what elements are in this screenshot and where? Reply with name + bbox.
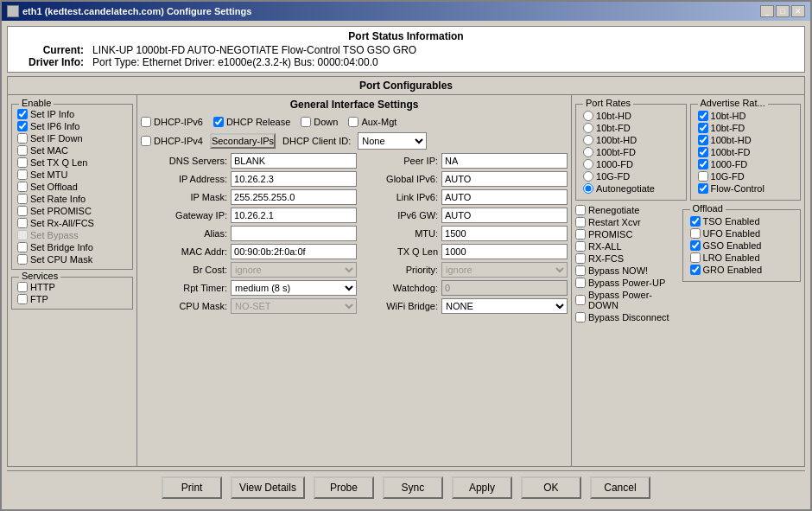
adv-flow-control-checkbox[interactable] — [698, 183, 708, 194]
print-button[interactable]: Print — [162, 476, 222, 499]
view-details-button[interactable]: View Details — [231, 476, 305, 499]
bypass-disconnect-checkbox[interactable] — [575, 312, 586, 323]
port-status-driver-row: Driver Info: Port Type: Ethernet Driver:… — [15, 56, 797, 68]
top-right-row: Port Rates 10bt-HD 10bt-FD — [575, 99, 801, 201]
set-ip6-info-checkbox[interactable] — [17, 121, 28, 131]
set-tx-q-len-checkbox[interactable] — [17, 157, 28, 168]
adv-flow-control-label: Flow-Control — [711, 183, 764, 194]
mtu-input[interactable] — [441, 226, 568, 241]
set-cpu-mask-checkbox[interactable] — [17, 254, 28, 265]
main-body: Enable Set IP Info Set IP6 Info Set IF D… — [8, 95, 804, 466]
set-bridge-info-checkbox[interactable] — [17, 242, 28, 252]
set-bypass-checkbox — [17, 230, 28, 240]
bypass-now-checkbox[interactable] — [575, 265, 586, 276]
renegotiate-row: Renegotiate — [575, 204, 678, 216]
rate-1000-fd-radio[interactable] — [583, 159, 593, 169]
adv-10g-fd-checkbox[interactable] — [698, 171, 708, 182]
down-checkbox[interactable] — [301, 117, 311, 127]
rpt-timer-select[interactable]: medium (8 s) — [231, 280, 357, 296]
set-offload-checkbox[interactable] — [17, 182, 28, 192]
rate-100bt-hd: 100bt-HD — [583, 134, 678, 146]
rate-10g-fd-radio[interactable] — [583, 171, 593, 182]
adv-1000-fd-label: 1000-FD — [711, 159, 748, 169]
adv-10bt-hd-checkbox[interactable] — [698, 111, 708, 121]
rate-10bt-hd-radio[interactable] — [583, 111, 593, 121]
bypass-power-down-row: Bypass Power-DOWN — [575, 289, 678, 311]
minimize-button[interactable]: _ — [760, 5, 774, 17]
main-window: eth1 (kedtest.candelatech.com) Configure… — [0, 0, 812, 511]
gro-enabled-checkbox[interactable] — [690, 265, 701, 275]
set-mtu-checkbox[interactable] — [17, 169, 28, 180]
set-rx-all-fcs-checkbox[interactable] — [17, 218, 28, 228]
rpt-timer-label: Rpt Timer: — [141, 283, 227, 293]
peer-ip-label: Peer IP: — [360, 156, 438, 166]
adv-10bt-fd-checkbox[interactable] — [698, 123, 708, 133]
alias-input[interactable] — [231, 226, 357, 241]
secondary-ips-button[interactable]: Secondary-IPs — [210, 133, 276, 149]
gso-enabled-checkbox[interactable] — [690, 240, 701, 251]
dns-servers-input[interactable] — [231, 153, 357, 169]
peer-ip-input[interactable] — [441, 153, 568, 169]
dhcp-client-id-select[interactable]: None Custom — [358, 132, 427, 150]
dhcp-release-checkbox[interactable] — [213, 117, 224, 127]
http-checkbox[interactable] — [17, 282, 28, 292]
enable-set-bridge-info: Set Bridge Info — [17, 241, 127, 253]
maximize-button[interactable]: □ — [776, 5, 790, 17]
ufo-enabled-checkbox[interactable] — [690, 228, 701, 239]
gateway-ip-label: Gateway IP: — [141, 210, 227, 220]
adv-10bt-hd-label: 10bt-HD — [711, 111, 746, 121]
ipv6-gw-input[interactable] — [441, 208, 568, 223]
ip-mask-input[interactable] — [231, 189, 357, 205]
probe-button[interactable]: Probe — [314, 476, 374, 499]
close-button[interactable]: ✕ — [791, 5, 805, 17]
ok-button[interactable]: OK — [521, 476, 581, 499]
rate-100bt-hd-radio[interactable] — [583, 135, 593, 145]
rx-all-checkbox[interactable] — [575, 241, 586, 252]
link-ipv6-input[interactable] — [441, 189, 568, 205]
gateway-ip-input[interactable] — [231, 208, 357, 223]
rx-fcs-checkbox[interactable] — [575, 253, 586, 264]
lro-enabled-checkbox[interactable] — [690, 252, 701, 263]
dhcp-ipv6-checkbox[interactable] — [141, 117, 151, 127]
set-mac-checkbox[interactable] — [17, 145, 28, 156]
set-rate-info-checkbox[interactable] — [17, 194, 28, 204]
ip-address-input[interactable] — [231, 171, 357, 187]
sync-button[interactable]: Sync — [383, 476, 443, 499]
priority-select: ignore — [441, 262, 568, 278]
rate-autonegotiate-radio[interactable] — [583, 183, 593, 194]
apply-button[interactable]: Apply — [452, 476, 512, 499]
tso-enabled-checkbox[interactable] — [690, 216, 701, 227]
set-ip-info-checkbox[interactable] — [17, 109, 28, 119]
set-promisc-checkbox[interactable] — [17, 206, 28, 216]
rate-10bt-fd-radio[interactable] — [583, 123, 593, 133]
restart-xcvr-checkbox[interactable] — [575, 217, 586, 227]
adv-100bt-hd-checkbox[interactable] — [698, 135, 708, 145]
bypass-now-row: Bypass NOW! — [575, 265, 678, 277]
enable-set-ip-info: Set IP Info — [17, 108, 127, 120]
dhcp-ipv4-row: DHCP-IPv4 Secondary-IPs DHCP Client ID: … — [141, 132, 568, 150]
restart-xcvr-label: Restart Xcvr — [588, 217, 641, 227]
adv-1000-fd-checkbox[interactable] — [698, 159, 708, 169]
wifi-bridge-select[interactable]: NONE — [441, 298, 568, 314]
aux-mgt-checkbox[interactable] — [348, 117, 358, 127]
renegotiate-checkbox[interactable] — [575, 205, 586, 215]
adv-100bt-fd-checkbox[interactable] — [698, 147, 708, 157]
set-bridge-info-label: Set Bridge Info — [30, 242, 93, 252]
lro-enabled-row: LRO Enabled — [690, 252, 793, 264]
enable-title: Enable — [19, 98, 54, 108]
ftp-checkbox[interactable] — [17, 294, 28, 304]
content-area: Port Status Information Current: LINK-UP… — [2, 21, 810, 509]
rate-100bt-fd-radio[interactable] — [583, 147, 593, 157]
cancel-button[interactable]: Cancel — [590, 476, 650, 499]
tx-q-len-input[interactable] — [441, 244, 568, 259]
dhcp-ipv4-checkbox[interactable] — [141, 136, 151, 146]
bypass-power-down-checkbox[interactable] — [575, 295, 586, 305]
bypass-power-up-checkbox[interactable] — [575, 278, 586, 288]
ip-address-label: IP Address: — [141, 174, 227, 184]
ip-mask-label: IP Mask: — [141, 192, 227, 202]
promisc-checkbox[interactable] — [575, 229, 586, 240]
set-if-down-checkbox[interactable] — [17, 133, 28, 144]
global-ipv6-input[interactable] — [441, 171, 568, 187]
mac-addr-input[interactable] — [231, 244, 357, 259]
dhcp-ipv4-label: DHCP-IPv4 — [154, 136, 203, 146]
